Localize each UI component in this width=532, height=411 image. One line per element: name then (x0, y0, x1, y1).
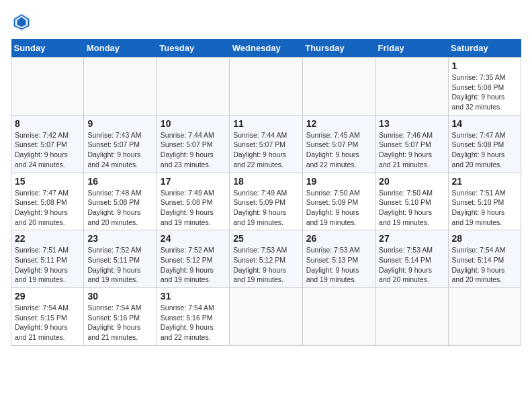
day-number: 9 (87, 118, 152, 129)
calendar-row: 22Sunrise: 7:51 AM Sunset: 5:11 PM Dayli… (11, 230, 521, 288)
day-number: 25 (233, 233, 298, 244)
weekday-header: Friday (375, 39, 448, 58)
page-header (11, 11, 521, 32)
day-cell: 21Sunrise: 7:51 AM Sunset: 5:10 PM Dayli… (448, 173, 521, 230)
day-info: Sunrise: 7:45 AM Sunset: 5:07 PM Dayligh… (306, 130, 371, 170)
empty-cell (448, 288, 521, 346)
day-cell: 20Sunrise: 7:50 AM Sunset: 5:10 PM Dayli… (375, 173, 448, 230)
day-info: Sunrise: 7:46 AM Sunset: 5:07 PM Dayligh… (379, 130, 444, 170)
calendar-table: SundayMondayTuesdayWednesdayThursdayFrid… (11, 39, 521, 346)
day-cell: 26Sunrise: 7:53 AM Sunset: 5:13 PM Dayli… (302, 230, 375, 288)
calendar-body: 1Sunrise: 7:35 AM Sunset: 5:08 PM Daylig… (11, 58, 521, 346)
weekday-header: Tuesday (157, 39, 229, 58)
day-number: 10 (161, 118, 226, 129)
day-info: Sunrise: 7:54 AM Sunset: 5:14 PM Dayligh… (452, 245, 517, 285)
day-cell: 10Sunrise: 7:44 AM Sunset: 5:07 PM Dayli… (157, 115, 229, 173)
day-info: Sunrise: 7:50 AM Sunset: 5:09 PM Dayligh… (306, 188, 371, 228)
day-info: Sunrise: 7:44 AM Sunset: 5:07 PM Dayligh… (161, 130, 226, 170)
empty-cell (302, 288, 375, 346)
day-number: 20 (379, 176, 444, 187)
weekday-header: Sunday (11, 39, 84, 58)
day-cell: 9Sunrise: 7:43 AM Sunset: 5:07 PM Daylig… (84, 115, 157, 173)
day-info: Sunrise: 7:42 AM Sunset: 5:07 PM Dayligh… (15, 130, 80, 170)
day-number: 23 (87, 233, 152, 244)
empty-cell (302, 58, 375, 116)
weekday-header: Wednesday (230, 39, 302, 58)
day-number: 17 (161, 176, 226, 187)
day-cell: 15Sunrise: 7:47 AM Sunset: 5:08 PM Dayli… (11, 173, 84, 230)
day-number: 8 (15, 118, 80, 129)
empty-cell (375, 288, 448, 346)
day-number: 28 (452, 233, 517, 244)
day-cell: 16Sunrise: 7:48 AM Sunset: 5:08 PM Dayli… (84, 173, 157, 230)
day-number: 21 (452, 176, 517, 187)
day-number: 15 (15, 176, 80, 187)
day-info: Sunrise: 7:49 AM Sunset: 5:09 PM Dayligh… (233, 188, 298, 228)
day-info: Sunrise: 7:54 AM Sunset: 5:16 PM Dayligh… (87, 303, 152, 342)
calendar-header: SundayMondayTuesdayWednesdayThursdayFrid… (11, 39, 521, 58)
day-info: Sunrise: 7:47 AM Sunset: 5:08 PM Dayligh… (452, 130, 517, 170)
logo (11, 11, 35, 32)
day-info: Sunrise: 7:52 AM Sunset: 5:11 PM Dayligh… (87, 245, 152, 285)
weekday-header: Saturday (448, 39, 521, 58)
day-info: Sunrise: 7:54 AM Sunset: 5:16 PM Dayligh… (161, 303, 226, 342)
day-number: 24 (161, 233, 226, 244)
day-number: 1 (452, 60, 517, 71)
calendar-row: 29Sunrise: 7:54 AM Sunset: 5:15 PM Dayli… (11, 288, 521, 346)
day-cell: 22Sunrise: 7:51 AM Sunset: 5:11 PM Dayli… (11, 230, 84, 288)
day-number: 22 (15, 233, 80, 244)
day-number: 29 (15, 291, 80, 302)
weekday-header: Monday (84, 39, 157, 58)
day-number: 13 (379, 118, 444, 129)
day-number: 30 (87, 291, 152, 302)
day-info: Sunrise: 7:53 AM Sunset: 5:13 PM Dayligh… (306, 245, 371, 285)
day-cell: 19Sunrise: 7:50 AM Sunset: 5:09 PM Dayli… (302, 173, 375, 230)
empty-cell (84, 58, 157, 116)
day-info: Sunrise: 7:52 AM Sunset: 5:12 PM Dayligh… (161, 245, 226, 285)
day-cell: 28Sunrise: 7:54 AM Sunset: 5:14 PM Dayli… (448, 230, 521, 288)
logo-icon (11, 11, 32, 32)
day-cell: 23Sunrise: 7:52 AM Sunset: 5:11 PM Dayli… (84, 230, 157, 288)
day-info: Sunrise: 7:48 AM Sunset: 5:08 PM Dayligh… (87, 188, 152, 228)
day-cell: 11Sunrise: 7:44 AM Sunset: 5:07 PM Dayli… (230, 115, 302, 173)
day-info: Sunrise: 7:50 AM Sunset: 5:10 PM Dayligh… (379, 188, 444, 228)
calendar-row: 8Sunrise: 7:42 AM Sunset: 5:07 PM Daylig… (11, 115, 521, 173)
day-info: Sunrise: 7:51 AM Sunset: 5:11 PM Dayligh… (15, 245, 80, 285)
day-cell: 18Sunrise: 7:49 AM Sunset: 5:09 PM Dayli… (230, 173, 302, 230)
calendar-row: 15Sunrise: 7:47 AM Sunset: 5:08 PM Dayli… (11, 173, 521, 230)
day-number: 31 (161, 291, 226, 302)
empty-cell (230, 58, 302, 116)
day-cell: 12Sunrise: 7:45 AM Sunset: 5:07 PM Dayli… (302, 115, 375, 173)
day-cell: 14Sunrise: 7:47 AM Sunset: 5:08 PM Dayli… (448, 115, 521, 173)
day-number: 11 (233, 118, 298, 129)
day-cell: 30Sunrise: 7:54 AM Sunset: 5:16 PM Dayli… (84, 288, 157, 346)
empty-cell (11, 58, 84, 116)
weekday-header: Thursday (302, 39, 375, 58)
day-number: 26 (306, 233, 371, 244)
day-info: Sunrise: 7:51 AM Sunset: 5:10 PM Dayligh… (452, 188, 517, 228)
day-info: Sunrise: 7:44 AM Sunset: 5:07 PM Dayligh… (233, 130, 298, 170)
day-number: 19 (306, 176, 371, 187)
empty-cell (375, 58, 448, 116)
day-number: 14 (452, 118, 517, 129)
day-info: Sunrise: 7:53 AM Sunset: 5:14 PM Dayligh… (379, 245, 444, 285)
day-cell: 29Sunrise: 7:54 AM Sunset: 5:15 PM Dayli… (11, 288, 84, 346)
day-info: Sunrise: 7:43 AM Sunset: 5:07 PM Dayligh… (87, 130, 152, 170)
day-cell: 25Sunrise: 7:53 AM Sunset: 5:12 PM Dayli… (230, 230, 302, 288)
day-number: 27 (379, 233, 444, 244)
day-cell: 24Sunrise: 7:52 AM Sunset: 5:12 PM Dayli… (157, 230, 229, 288)
day-cell: 27Sunrise: 7:53 AM Sunset: 5:14 PM Dayli… (375, 230, 448, 288)
day-info: Sunrise: 7:49 AM Sunset: 5:08 PM Dayligh… (161, 188, 226, 228)
day-cell: 17Sunrise: 7:49 AM Sunset: 5:08 PM Dayli… (157, 173, 229, 230)
day-number: 18 (233, 176, 298, 187)
day-cell: 1Sunrise: 7:35 AM Sunset: 5:08 PM Daylig… (448, 58, 521, 116)
empty-cell (230, 288, 302, 346)
day-info: Sunrise: 7:53 AM Sunset: 5:12 PM Dayligh… (233, 245, 298, 285)
empty-cell (157, 58, 229, 116)
day-number: 16 (87, 176, 152, 187)
day-info: Sunrise: 7:35 AM Sunset: 5:08 PM Dayligh… (452, 73, 517, 112)
day-info: Sunrise: 7:47 AM Sunset: 5:08 PM Dayligh… (15, 188, 80, 228)
day-number: 12 (306, 118, 371, 129)
day-info: Sunrise: 7:54 AM Sunset: 5:15 PM Dayligh… (15, 303, 80, 342)
calendar-row: 1Sunrise: 7:35 AM Sunset: 5:08 PM Daylig… (11, 58, 521, 116)
